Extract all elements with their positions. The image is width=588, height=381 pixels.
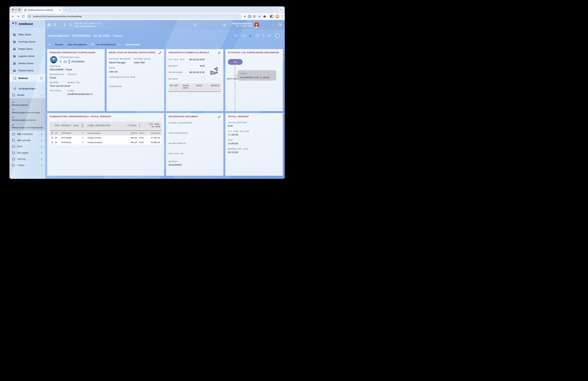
- betaald-checkbox[interactable]: [202, 77, 205, 81]
- browser-menu-icon[interactable]: [281, 15, 283, 18]
- back-icon[interactable]: [11, 15, 15, 18]
- column-header-cur[interactable]: D... V...: [137, 123, 140, 128]
- bookmark-star-icon[interactable]: ★: [244, 15, 246, 18]
- logo[interactable]: newbase: [9, 20, 45, 28]
- next-record-icon[interactable]: [242, 34, 245, 37]
- lock-icon[interactable]: [249, 34, 252, 37]
- sidebar-item-service-projecten[interactable]: Service projecten: [12, 101, 44, 107]
- edit-note-icon[interactable]: [223, 23, 226, 26]
- forward-icon[interactable]: [17, 15, 20, 18]
- site-info-icon[interactable]: [28, 15, 31, 18]
- browser-profile-avatar[interactable]: [275, 14, 279, 19]
- breadcrumb-item-start-verkoopfactuur[interactable]: Start Verkoopfactuur: [67, 43, 87, 46]
- sidebar-item-service-producten[interactable]: Service project producten: [12, 116, 44, 122]
- sidebar-item-service-reserveproducten[interactable]: Service project reserveproducten: [12, 123, 44, 129]
- email-value[interactable]: info@industrialpumps.nl: [68, 93, 102, 95]
- bron-value[interactable]: cold call: [109, 70, 162, 73]
- column-header-sel[interactable]: S... P...: [82, 123, 85, 128]
- home-icon[interactable]: [48, 43, 51, 46]
- sidebar-item-service-contractregels[interactable]: Service project contractregels: [12, 108, 44, 114]
- url-bar[interactable]: localhost:8183/solutions/next/index.html…: [27, 14, 242, 19]
- sidebar-item-logistics-demo[interactable]: Logistics Demo: [9, 52, 45, 60]
- sidebar-group-veel-gebruikt[interactable]: Veel gebruikt>: [9, 137, 45, 143]
- organisatie-value[interactable]: Future: [50, 76, 68, 79]
- edit-pencil-icon[interactable]: [218, 115, 221, 118]
- column-header-pos[interactable]: POSI...: [51, 124, 61, 127]
- info-icon[interactable]: [51, 141, 54, 144]
- new-tab-button[interactable]: +: [64, 8, 68, 12]
- column-header-amount[interactable]: TOT. VERK. EX. BTW: [146, 123, 160, 128]
- edit-pencil-icon[interactable]: [218, 51, 221, 55]
- column-header-desc[interactable]: COMM. OMSCHRIJVING: [86, 124, 121, 127]
- select-cursor-icon[interactable]: [82, 136, 84, 139]
- select-cursor-icon[interactable]: [82, 141, 84, 144]
- column-header[interactable]: NAAM VERK...: [183, 85, 196, 89]
- password-manager-icon[interactable]: [248, 15, 251, 18]
- tab-group-icon[interactable]: [253, 15, 256, 18]
- breadcrumb-item-modules[interactable]: Modules: [55, 43, 63, 46]
- column-header-sku[interactable]: PRODUCT... (SKU): [61, 124, 82, 127]
- betreft-value[interactable]: OFA2300007: [168, 164, 221, 166]
- search-icon[interactable]: [69, 23, 72, 26]
- interne-sales-value[interactable]: Ineke Vliet: [134, 61, 162, 64]
- table-row[interactable]: 20 APP43488 Trolley Kuman 340,00 EUR 27.…: [50, 135, 162, 140]
- sidebar-item-modules[interactable]: Modules: [9, 74, 45, 82]
- info-icon[interactable]: [51, 132, 54, 134]
- side-panel-icon[interactable]: [270, 15, 273, 18]
- event-link[interactable]: Uitgifte: [240, 72, 274, 75]
- monitor-icon[interactable]: [256, 34, 259, 37]
- sidebar-group-service[interactable]: service: [9, 92, 45, 98]
- sidebar-group-verkoop[interactable]: Verkoop>: [9, 156, 45, 162]
- sidebar-item-purchase-demo[interactable]: Purchase Demo: [9, 38, 45, 45]
- sidebar-group-mijn-pijplijn[interactable]: Mijn pijplijn>: [9, 150, 45, 156]
- edit-pencil-icon[interactable]: [158, 51, 162, 55]
- shortcuts-header[interactable]: Snelkoppelingen: [9, 85, 45, 92]
- column-header[interactable]: BEDRAG: [209, 85, 220, 89]
- close-tab-icon[interactable]: ✕: [59, 9, 61, 11]
- user-info[interactable]: Annet Service Plus Mu - Demo - ADM: [232, 22, 252, 27]
- search-input[interactable]: Klik hier voor zoek in (^ F): Lijst verk…: [75, 22, 101, 28]
- sidebar-group-project[interactable]: Project>: [9, 162, 45, 168]
- verkoopfactuur-value[interactable]: VFA2300004: [71, 60, 84, 63]
- contact-avatar[interactable]: [50, 56, 57, 63]
- reload-icon[interactable]: [21, 15, 25, 18]
- account-manager-value[interactable]: Marcel Manager: [109, 61, 134, 64]
- breadcrumb-item-lijst-verkoopfacturen[interactable]: Lijst Verkoopfacturen: [96, 43, 116, 46]
- app-window-icon[interactable]: [278, 23, 282, 26]
- info-icon[interactable]: [51, 136, 54, 139]
- kebab-menu-icon[interactable]: [263, 34, 264, 37]
- breadcrumb-ellipsis-icon[interactable]: [118, 44, 121, 45]
- column-header[interactable]: DAT. BET.: [170, 85, 183, 89]
- timeline-node[interactable]: [234, 74, 236, 76]
- sidebar-item-service-demo[interactable]: Service Demo: [9, 60, 45, 67]
- browser-tab[interactable]: Newbase Business Software ✕: [22, 7, 63, 13]
- minimize-window-icon[interactable]: [15, 9, 17, 11]
- timeline-event-bubble[interactable]: Uitgifte GUA2300004, EUR, 71.160,00: [237, 70, 276, 81]
- sidebar-item-finance-demo[interactable]: Finance Demo: [9, 67, 45, 74]
- extensions-puzzle-icon[interactable]: [263, 15, 266, 18]
- user-avatar[interactable]: [254, 22, 259, 28]
- more-options-icon[interactable]: [63, 23, 66, 26]
- table-row[interactable]: 10 APP43487 Trolley Nostro 200,00 EUR 18…: [50, 131, 162, 135]
- relatie-value[interactable]: Tinus van het Zandt: [50, 85, 68, 87]
- select-cursor-icon[interactable]: [82, 132, 84, 134]
- close-window-icon[interactable]: [12, 9, 14, 11]
- debiteur-value[interactable]: DEA2200066 - Future: [50, 68, 102, 71]
- prev-record-icon[interactable]: [234, 34, 238, 37]
- sidebar-item-project-demo[interactable]: Project Demo: [9, 45, 45, 52]
- sidebar-group-crm[interactable]: CRM>: [9, 143, 45, 150]
- sidebar-group-mijn-zoekacties[interactable]: Mijn zoekacties>: [9, 131, 45, 137]
- tab-list-chevron-icon[interactable]: [278, 7, 283, 12]
- stopwatch-icon[interactable]: [193, 23, 197, 26]
- compass-icon[interactable]: [53, 23, 57, 26]
- column-header-qty[interactable]: # TOTAAL: [121, 124, 137, 127]
- db-extension-icon[interactable]: db: [258, 15, 261, 18]
- timeline-now-pill[interactable]: Nu: [228, 59, 243, 65]
- sidebar-item-sales-demo[interactable]: Sales Demo: [9, 31, 45, 38]
- copy-document-button[interactable]: [274, 33, 280, 39]
- table-row[interactable]: 30 APP44231 Trolley Oceanic 440,00 EUR 2…: [50, 140, 162, 145]
- column-header[interactable]: OMSC...: [196, 85, 209, 89]
- rows-menu-icon[interactable]: [47, 23, 51, 26]
- zoom-window-icon[interactable]: [18, 9, 20, 11]
- paperclip-icon[interactable]: [268, 34, 271, 37]
